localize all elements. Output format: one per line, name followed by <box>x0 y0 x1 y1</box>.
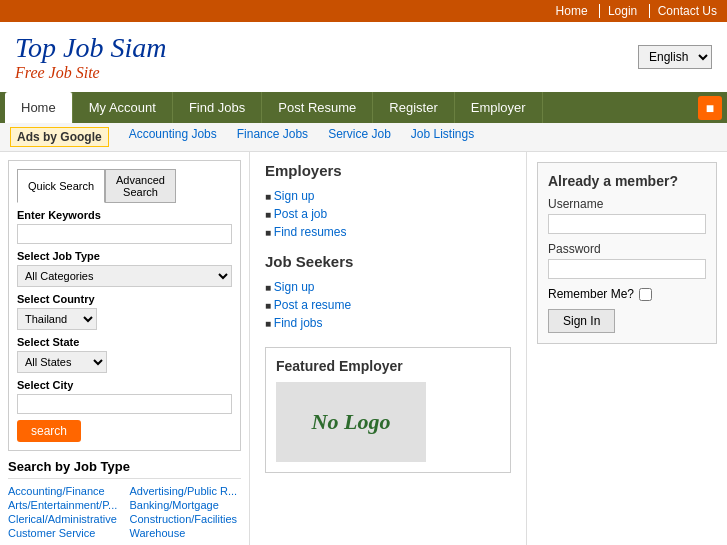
remember-label: Remember Me? <box>548 287 634 301</box>
header: Top Job Siam Free Job Site English <box>0 22 727 92</box>
rss-icon[interactable]: ■ <box>698 96 722 120</box>
no-logo-image: No Logo <box>276 382 426 462</box>
country-label: Select Country <box>17 293 232 305</box>
login-link[interactable]: Login <box>599 4 637 18</box>
nav-post-resume[interactable]: Post Resume <box>262 92 373 123</box>
keywords-input[interactable] <box>17 224 232 244</box>
remember-row: Remember Me? <box>548 287 706 301</box>
logo: Top Job Siam Free Job Site <box>15 32 166 82</box>
find-jobs-link[interactable]: Find jobs <box>274 316 323 330</box>
nav-find-jobs[interactable]: Find Jobs <box>173 92 262 123</box>
city-input[interactable] <box>17 394 232 414</box>
job-type-warehouse[interactable]: Warehouse <box>130 527 242 539</box>
search-by-job-type: Search by Job Type Accounting/Finance Ad… <box>8 459 241 539</box>
post-resume-link[interactable]: Post a resume <box>274 298 351 312</box>
sub-nav-listings[interactable]: Job Listings <box>411 127 474 147</box>
advanced-search-tab[interactable]: AdvancedSearch <box>105 169 176 203</box>
job-type-banking[interactable]: Banking/Mortgage <box>130 499 242 511</box>
job-type-arts[interactable]: Arts/Entertainment/P... <box>8 499 120 511</box>
post-job-link[interactable]: Post a job <box>274 207 327 221</box>
right-sidebar: Already a member? Username Password Reme… <box>527 152 727 545</box>
state-label: Select State <box>17 336 232 348</box>
state-select[interactable]: All States <box>17 351 107 373</box>
search-box: Quick Search AdvancedSearch Enter Keywor… <box>8 160 241 451</box>
job-type-select[interactable]: All Categories <box>17 265 232 287</box>
job-type-customer-service[interactable]: Customer Service <box>8 527 120 539</box>
nav-my-account[interactable]: My Account <box>73 92 173 123</box>
left-sidebar: Quick Search AdvancedSearch Enter Keywor… <box>0 152 250 545</box>
sub-nav-finance[interactable]: Finance Jobs <box>237 127 308 147</box>
job-type-advertising[interactable]: Advertising/Public R... <box>130 485 242 497</box>
username-input[interactable] <box>548 214 706 234</box>
top-bar: Home Login Contact Us <box>0 0 727 22</box>
language-selector[interactable]: English <box>638 45 712 69</box>
logo-title: Top Job Siam <box>15 32 166 64</box>
quick-search-tab[interactable]: Quick Search <box>17 169 105 203</box>
job-seekers-list: Sign up Post a resume Find jobs <box>265 278 511 332</box>
signin-button[interactable]: Sign In <box>548 309 615 333</box>
sub-nav-service[interactable]: Service Job <box>328 127 391 147</box>
sub-nav-accounting[interactable]: Accounting Jobs <box>129 127 217 147</box>
job-type-clerical[interactable]: Clerical/Administrative <box>8 513 120 525</box>
sub-nav: Ads by Google Accounting Jobs Finance Jo… <box>0 123 727 152</box>
search-button[interactable]: search <box>17 420 81 442</box>
password-label: Password <box>548 242 706 256</box>
nav-home[interactable]: Home <box>5 92 73 123</box>
find-resumes-link[interactable]: Find resumes <box>274 225 347 239</box>
city-label: Select City <box>17 379 232 391</box>
job-seekers-title: Job Seekers <box>265 253 511 270</box>
main-content: Quick Search AdvancedSearch Enter Keywor… <box>0 152 727 545</box>
contact-link[interactable]: Contact Us <box>649 4 717 18</box>
remember-checkbox[interactable] <box>639 288 652 301</box>
main-nav: Home My Account Find Jobs Post Resume Re… <box>0 92 727 123</box>
employers-title: Employers <box>265 162 511 179</box>
job-type-accounting[interactable]: Accounting/Finance <box>8 485 120 497</box>
job-type-construction[interactable]: Construction/Facilities <box>130 513 242 525</box>
job-type-label: Select Job Type <box>17 250 232 262</box>
search-tabs: Quick Search AdvancedSearch <box>17 169 232 203</box>
featured-employer-title: Featured Employer <box>276 358 500 374</box>
member-title: Already a member? <box>548 173 706 189</box>
ads-by-google: Ads by Google <box>10 127 109 147</box>
logo-subtitle: Free Job Site <box>15 64 166 82</box>
home-link[interactable]: Home <box>548 4 588 18</box>
username-label: Username <box>548 197 706 211</box>
center-content: Employers Sign up Post a job Find resume… <box>250 152 527 545</box>
seeker-signup-link[interactable]: Sign up <box>274 280 315 294</box>
language-dropdown[interactable]: English <box>638 45 712 69</box>
member-login-box: Already a member? Username Password Reme… <box>537 162 717 344</box>
job-type-section-title: Search by Job Type <box>8 459 241 479</box>
nav-register[interactable]: Register <box>373 92 454 123</box>
employer-signup-link[interactable]: Sign up <box>274 189 315 203</box>
featured-employer-box: Featured Employer No Logo <box>265 347 511 473</box>
keywords-label: Enter Keywords <box>17 209 232 221</box>
nav-employer[interactable]: Employer <box>455 92 543 123</box>
country-select[interactable]: Thailand <box>17 308 97 330</box>
employers-list: Sign up Post a job Find resumes <box>265 187 511 241</box>
job-type-grid: Accounting/Finance Advertising/Public R.… <box>8 485 241 539</box>
password-input[interactable] <box>548 259 706 279</box>
no-logo-text: No Logo <box>312 409 391 435</box>
